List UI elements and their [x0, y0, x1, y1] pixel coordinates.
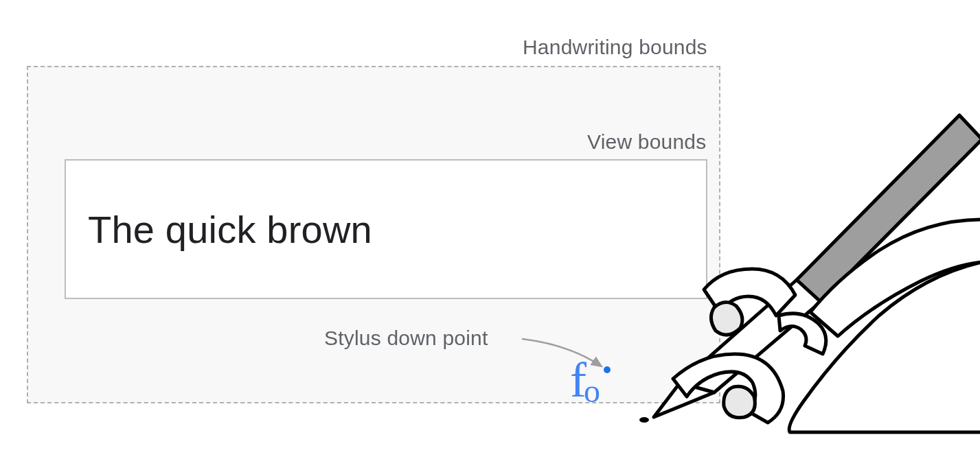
handwritten-ink: fo: [570, 355, 600, 405]
stylus-down-point-label: Stylus down point: [324, 327, 488, 350]
handwritten-char-o: o: [584, 375, 600, 408]
text-field-value: The quick brown: [66, 207, 372, 252]
text-field[interactable]: The quick brown: [65, 159, 707, 299]
svg-point-3: [639, 417, 649, 423]
stylus-down-dot: [604, 366, 611, 373]
arrow-icon: [521, 336, 617, 377]
diagram-stage: Handwriting bounds View bounds The quick…: [0, 0, 980, 472]
hand-with-stylus-icon: [632, 110, 980, 432]
handwriting-bounds-label: Handwriting bounds: [523, 36, 707, 59]
